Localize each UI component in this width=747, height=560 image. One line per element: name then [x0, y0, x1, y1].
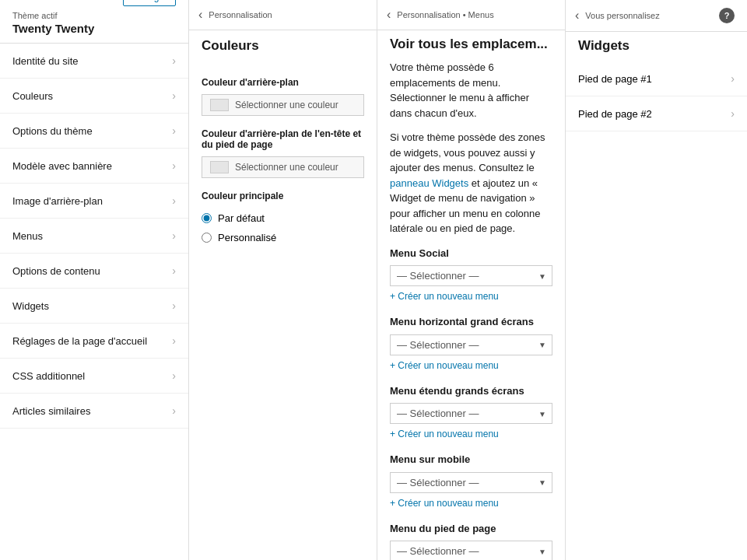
panel-colors: ‹ Personnalisation Couleurs Couleur d'ar…: [188, 0, 377, 560]
panel1-header: Thème actif Changer Twenty Twenty: [0, 0, 188, 44]
nav-item-label: Modèle avec bannière: [12, 160, 112, 172]
nav-item-options-contenu[interactable]: Options de contenu ›: [0, 254, 188, 289]
bg-color-swatch: [210, 99, 229, 111]
menu-horizontal-section: Menu horizontal grand écrans — Sélection…: [390, 314, 552, 373]
back-arrow-icon[interactable]: ‹: [575, 9, 579, 23]
theme-label: Thème actif: [12, 11, 57, 20]
nav-item-widgets[interactable]: Widgets ›: [0, 289, 188, 324]
panel2-header: ‹ Personnalisation: [189, 0, 377, 30]
chevron-right-icon: ›: [731, 107, 735, 120]
panel2-body: Couleur d'arrière-plan Sélectionner une …: [189, 77, 377, 243]
nav-item-label: Options de contenu: [12, 265, 100, 277]
menu-social-section: Menu Social — Sélectionner — + Créer un …: [390, 246, 552, 304]
create-menu-horizontal-link[interactable]: + Créer un nouveau menu: [390, 359, 552, 373]
widgets-panel-link[interactable]: panneau Widgets: [390, 177, 468, 189]
main-color-label: Couleur principale: [202, 191, 364, 201]
menu-horizontal-select[interactable]: — Sélectionner —: [390, 334, 552, 355]
bg-color-label: Couleur d'arrière-plan: [202, 77, 364, 88]
nav-item-couleurs[interactable]: Couleurs ›: [0, 79, 188, 114]
change-theme-button[interactable]: Changer: [123, 0, 176, 6]
create-menu-social-link[interactable]: + Créer un nouveau menu: [390, 289, 552, 303]
create-menu-mobile-link[interactable]: + Créer un nouveau menu: [390, 496, 552, 510]
panel3-description1: Votre thème possède 6 emplacements de me…: [390, 60, 552, 121]
panel2-breadcrumb: Personnalisation: [209, 10, 272, 19]
chevron-right-icon: ›: [172, 89, 176, 102]
menu-mobile-select-wrapper: — Sélectionner —: [390, 472, 552, 493]
panel-menus: ‹ Personnalisation • Menus Voir tous les…: [377, 0, 565, 560]
menu-etendu-section: Menu étendu grands écrans — Sélectionner…: [390, 383, 552, 442]
chevron-right-icon: ›: [172, 159, 176, 172]
nav-item-label: Image d'arrière-plan: [12, 195, 103, 207]
widget-list: Pied de page #1 › Pied de page #2 ›: [566, 61, 747, 131]
back-arrow-icon[interactable]: ‹: [198, 8, 202, 22]
widget-item-label: Pied de page #1: [578, 73, 652, 85]
nav-item-label: Couleurs: [12, 90, 53, 102]
menu-horizontal-select-wrapper: — Sélectionner —: [390, 334, 552, 355]
menu-mobile-select[interactable]: — Sélectionner —: [390, 472, 552, 493]
chevron-right-icon: ›: [172, 299, 176, 312]
chevron-right-icon: ›: [731, 72, 735, 85]
nav-item-label: CSS additionnel: [12, 370, 85, 382]
menu-social-select-wrapper: — Sélectionner —: [390, 265, 552, 286]
panel3-title: Voir tous les emplacem...: [377, 30, 565, 60]
panel3-description2: Si votre thème possède des zones de widg…: [390, 130, 552, 236]
menu-social-select[interactable]: — Sélectionner —: [390, 265, 552, 286]
widget-item-label: Pied de page #2: [578, 108, 652, 120]
menu-horizontal-label: Menu horizontal grand écrans: [390, 314, 552, 330]
nav-item-modele-banniere[interactable]: Modèle avec bannière ›: [0, 149, 188, 184]
menu-social-label: Menu Social: [390, 246, 552, 261]
menu-pied-page-label: Menu du pied de page: [390, 521, 552, 537]
menu-mobile-label: Menu sur mobile: [390, 452, 552, 467]
radio-custom-input[interactable]: [202, 233, 212, 243]
nav-item-identite[interactable]: Identité du site ›: [0, 44, 188, 79]
nav-item-label: Articles similaires: [12, 405, 90, 417]
menu-pied-page-select[interactable]: — Sélectionner —: [390, 541, 552, 560]
nav-item-label: Identité du site: [12, 55, 79, 67]
bg-color-btn-label: Sélectionner une couleur: [235, 100, 338, 110]
radio-custom-label: Personnalisé: [218, 232, 276, 243]
widget-item-pied-page-1[interactable]: Pied de page #1 ›: [566, 61, 747, 96]
back-arrow-icon[interactable]: ‹: [387, 8, 391, 22]
panel2-title: Couleurs: [189, 30, 377, 65]
panel4-breadcrumb: Vous personnalisez: [585, 11, 659, 20]
chevron-right-icon: ›: [172, 54, 176, 67]
nav-item-label: Réglages de la page d'accueil: [12, 335, 147, 347]
nav-item-label: Options du thème: [12, 125, 93, 137]
menu-etendu-select-wrapper: — Sélectionner —: [390, 403, 552, 424]
panel4-title: Widgets: [566, 32, 747, 61]
header-bg-button[interactable]: Sélectionner une couleur: [202, 156, 364, 178]
nav-list: Identité du site › Couleurs › Options du…: [0, 44, 188, 429]
menu-mobile-section: Menu sur mobile — Sélectionner — + Créer…: [390, 452, 552, 510]
menu-pied-page-section: Menu du pied de page — Sélectionner — + …: [390, 521, 552, 561]
create-menu-etendu-link[interactable]: + Créer un nouveau menu: [390, 427, 552, 441]
help-icon[interactable]: ?: [719, 8, 735, 23]
panel4-header: ‹ Vous personnalisez ?: [566, 0, 747, 32]
chevron-right-icon: ›: [172, 194, 176, 207]
header-bg-swatch: [210, 161, 229, 173]
panel-main-nav: Thème actif Changer Twenty Twenty Identi…: [0, 0, 188, 560]
nav-item-reglages-accueil[interactable]: Réglages de la page d'accueil ›: [0, 324, 188, 359]
widget-item-pied-page-2[interactable]: Pied de page #2 ›: [566, 96, 747, 131]
nav-item-menus[interactable]: Menus ›: [0, 219, 188, 254]
panel3-header: ‹ Personnalisation • Menus: [377, 0, 565, 30]
radio-custom-option[interactable]: Personnalisé: [202, 232, 364, 243]
nav-item-css[interactable]: CSS additionnel ›: [0, 359, 188, 394]
radio-default-label: Par défaut: [218, 212, 265, 224]
panel3-breadcrumb: Personnalisation • Menus: [397, 10, 493, 19]
menu-etendu-select[interactable]: — Sélectionner —: [390, 403, 552, 424]
theme-name: Twenty Twenty: [12, 22, 176, 35]
chevron-right-icon: ›: [172, 229, 176, 242]
nav-item-image-arriere-plan[interactable]: Image d'arrière-plan ›: [0, 184, 188, 219]
chevron-right-icon: ›: [172, 404, 176, 417]
radio-default-input[interactable]: [202, 213, 212, 223]
panel4-header-left: ‹ Vous personnalisez: [575, 9, 660, 23]
color-radio-group: Par défaut Personnalisé: [202, 212, 364, 243]
header-bg-label: Couleur d'arrière-plan de l'en-tête et d…: [202, 128, 364, 150]
radio-default-option[interactable]: Par défaut: [202, 212, 364, 224]
chevron-right-icon: ›: [172, 124, 176, 137]
nav-item-label: Widgets: [12, 300, 49, 312]
nav-item-articles-similaires[interactable]: Articles similaires ›: [0, 394, 188, 429]
nav-item-options-theme[interactable]: Options du thème ›: [0, 114, 188, 149]
bg-color-button[interactable]: Sélectionner une couleur: [202, 94, 364, 116]
menu-pied-page-select-wrapper: — Sélectionner —: [390, 541, 552, 560]
